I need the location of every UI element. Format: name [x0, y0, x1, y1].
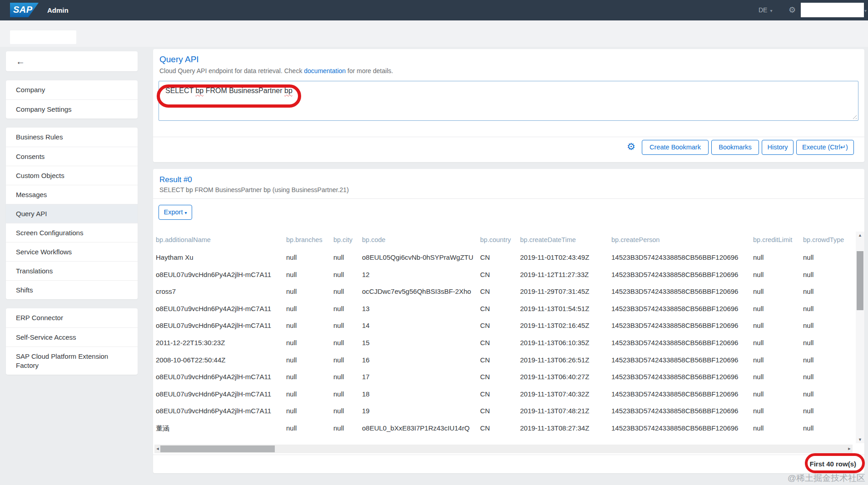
- horizontal-scrollbar-thumb[interactable]: [160, 445, 275, 452]
- table-row[interactable]: o8EUL07u9vcHdn6Py4A2jlH-mC7A11 null null…: [153, 300, 853, 317]
- column-header[interactable]: bp.crowdType: [803, 232, 844, 248]
- sidebar-item-erp-connector[interactable]: ERP Connector: [6, 308, 138, 327]
- table-cell: null: [333, 368, 344, 385]
- column-header[interactable]: bp.code: [362, 232, 386, 248]
- table-row[interactable]: 董涵 null null o8EUL0_bXxE83I7P1Rz43cIU14r…: [153, 420, 853, 437]
- column-header[interactable]: bp.branches: [286, 232, 322, 248]
- scroll-up-icon[interactable]: ▲: [856, 232, 864, 239]
- sidebar-item-query-api[interactable]: Query API: [6, 204, 138, 223]
- language-label: DE: [759, 6, 767, 14]
- user-chevron-down-icon[interactable]: ▾: [864, 8, 867, 13]
- sidebar-item-company[interactable]: Company: [6, 80, 138, 99]
- table-row[interactable]: o8EUL07u9vcHdn6Py4A2jlH-mC7A11 null null…: [153, 368, 853, 386]
- table-cell: o8EUL07u9vcHdn6Py4A2jlH-mC7A11: [156, 317, 271, 334]
- divider: [153, 137, 864, 137]
- query-settings-gear-icon[interactable]: ⚙: [627, 141, 635, 152]
- table-cell: null: [803, 351, 813, 368]
- query-input[interactable]: SELECT bp FROM BusinessPartner bp: [159, 81, 858, 121]
- column-header[interactable]: bp.creditLimit: [753, 232, 792, 248]
- result-title: Result #0: [159, 175, 192, 184]
- sidebar-item-company-settings[interactable]: Company Settings: [6, 99, 138, 119]
- table-cell: 14523B3D57424338858CB56BBF120696: [611, 300, 738, 317]
- back-arrow-icon: ←: [16, 56, 25, 66]
- sidebar-item-scp-extension-factory[interactable]: SAP Cloud Platform Extension Factory: [6, 346, 138, 375]
- vertical-scrollbar[interactable]: ▲ ▼: [856, 232, 864, 443]
- column-header[interactable]: bp.city: [333, 232, 352, 248]
- table-cell: null: [286, 334, 297, 351]
- column-header[interactable]: bp.createDateTime: [520, 232, 576, 248]
- textarea-resize-handle[interactable]: [851, 114, 857, 119]
- table-row[interactable]: 2011-12-22T15:30:23Z null null 15 CN 201…: [153, 334, 853, 351]
- table-cell: CN: [480, 368, 490, 385]
- chevron-down-icon: ▾: [184, 210, 187, 215]
- table-cell: null: [333, 266, 344, 283]
- table-cell: 14523B3D57424338858CB56BBF120696: [611, 317, 738, 334]
- table-cell: 2008-10-06T22:50:44Z: [156, 351, 225, 368]
- table-cell: 17: [362, 368, 370, 385]
- vertical-scrollbar-thumb[interactable]: [857, 251, 863, 310]
- table-cell: null: [753, 351, 764, 368]
- export-button[interactable]: Export ▾: [159, 205, 192, 220]
- table-cell: 14523B3D57424338858CB56BBF120696: [611, 351, 738, 368]
- result-panel: Result #0 SELECT bp FROM BusinessPartner…: [153, 169, 864, 473]
- table-cell: 14523B3D57424338858CB56BBF120696: [611, 266, 738, 283]
- sidebar-item-translations[interactable]: Translations: [6, 261, 138, 280]
- column-header[interactable]: bp.country: [480, 232, 511, 248]
- table-cell: null: [803, 300, 813, 317]
- table-cell: 14523B3D57424338858CB56BBF120696: [611, 402, 738, 419]
- table-row[interactable]: o8EUL07u9vcHdn6Py4A2jlH-mC7A11 null null…: [153, 386, 853, 403]
- scroll-down-icon[interactable]: ▼: [856, 436, 864, 443]
- user-menu-redacted[interactable]: [801, 3, 864, 17]
- table-row[interactable]: o8EUL07u9vcHdn6Py4A2jlH-mC7A11 null null…: [153, 402, 853, 420]
- table-cell: null: [753, 368, 764, 385]
- sidebar-item-label: Consents: [16, 153, 45, 160]
- column-header[interactable]: bp.createPerson: [611, 232, 660, 248]
- sidebar-item-consents[interactable]: Consents: [6, 147, 138, 166]
- sidebar-item-label: Shifts: [16, 286, 33, 294]
- column-header[interactable]: bp.additionalName: [156, 232, 211, 248]
- sidebar-item-screen-configurations[interactable]: Screen Configurations: [6, 223, 138, 242]
- scroll-left-icon[interactable]: ◄: [154, 445, 161, 453]
- sidebar-item-messages[interactable]: Messages: [6, 185, 138, 204]
- table-row[interactable]: Haytham Xu null null o8EUL05Qgi6cvNb-0hS…: [153, 249, 853, 266]
- history-button[interactable]: History: [762, 140, 794, 155]
- table-cell: null: [286, 351, 297, 368]
- table-row[interactable]: o8EUL07u9vcHdn6Py4A2jlH-mC7A11 null null…: [153, 266, 853, 283]
- bookmarks-button[interactable]: Bookmarks: [711, 140, 759, 155]
- execute-button[interactable]: Execute (Ctrl↵): [796, 140, 854, 155]
- query-api-panel: Query API Cloud Query API endpoint for d…: [153, 49, 864, 162]
- table-cell: 2019-11-01T02:43:49Z: [520, 249, 589, 266]
- create-bookmark-button[interactable]: Create Bookmark: [642, 140, 709, 155]
- scroll-right-icon[interactable]: ►: [846, 445, 853, 453]
- sidebar-back-card: ←: [6, 51, 138, 71]
- settings-gear-icon[interactable]: ⚙: [789, 5, 796, 15]
- table-cell: o8EUL07u9vcHdn6Py4A2jlH-mC7A11: [156, 402, 271, 419]
- table-cell: null: [803, 402, 813, 419]
- documentation-link[interactable]: documentation: [304, 67, 346, 74]
- table-cell: CN: [480, 402, 490, 419]
- table-cell: CN: [480, 266, 490, 283]
- table-row[interactable]: o8EUL07u9vcHdn6Py4A2jlH-mC7A11 null null…: [153, 317, 853, 334]
- sidebar-item-shifts[interactable]: Shifts: [6, 280, 138, 299]
- table-cell: 14523B3D57424338858CB56BBF120696: [611, 368, 738, 385]
- subtitle-text: Cloud Query API endpoint for data retrie…: [159, 67, 304, 74]
- table-row[interactable]: cross7 null null ocCJDwc7ev5g56QhBSI3sBF…: [153, 283, 853, 300]
- sidebar-item-custom-objects[interactable]: Custom Objects: [6, 166, 138, 185]
- language-selector[interactable]: DE▾: [759, 6, 772, 14]
- sap-logo[interactable]: SAP: [10, 3, 39, 17]
- table-row[interactable]: 2008-10-06T22:50:44Z null null 16 CN 201…: [153, 351, 853, 369]
- table-cell: 12: [362, 266, 370, 283]
- query-text-misspelled: bp: [284, 87, 293, 94]
- sidebar-item-service-workflows[interactable]: Service Workflows: [6, 242, 138, 261]
- table-cell: null: [753, 249, 764, 266]
- table-cell: o8EUL05Qgi6cvNb-0hSYPraWgZTU: [362, 249, 473, 266]
- sidebar-item-business-rules[interactable]: Business Rules: [6, 128, 138, 147]
- horizontal-scrollbar[interactable]: ◄ ►: [154, 445, 853, 453]
- back-button[interactable]: ←: [6, 51, 138, 71]
- table-cell: null: [753, 402, 764, 419]
- sidebar-item-label: Company Settings: [16, 105, 72, 113]
- table-cell: CN: [480, 386, 490, 402]
- sidebar-item-label: Business Rules: [16, 133, 63, 141]
- sidebar-item-label: Self-Service Access: [16, 333, 76, 341]
- sidebar-item-self-service-access[interactable]: Self-Service Access: [6, 327, 138, 346]
